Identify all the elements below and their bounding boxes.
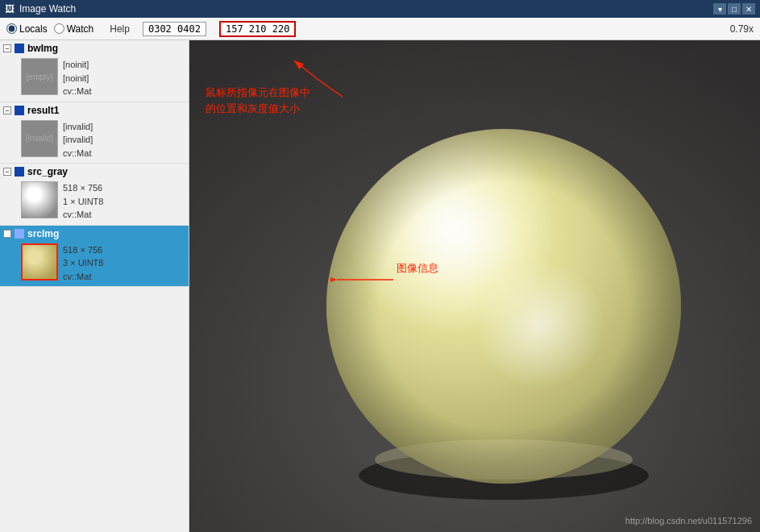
color-square-result1	[15, 106, 24, 115]
coordinate-box-2: 157 210 220	[219, 21, 296, 37]
view-mode-group: Locals Watch	[6, 23, 93, 35]
thumbnail-srcgray	[21, 181, 58, 218]
bwimg-info2: [noinit]	[63, 72, 91, 85]
image-panel[interactable]: 鼠标所指像元在图像中的位置和灰度值大小 图像信息 http://blog.csd…	[189, 40, 760, 532]
result1-info2: [invalid]	[63, 133, 93, 147]
color-square-srcgray	[15, 167, 24, 177]
thumbnail-srcimg	[21, 243, 58, 281]
thumbnail-label-bwimg: [empty]	[27, 73, 53, 81]
var-group-bwimg: − bwImg [empty] [noinit] [noinit] cv::Ma…	[0, 40, 189, 102]
watch-radio-label[interactable]: Watch	[54, 23, 94, 35]
thumbnail-bwimg: [empty]	[21, 58, 58, 95]
var-header-srcimg[interactable]: − srcImg	[0, 226, 189, 242]
locals-radio[interactable]	[6, 23, 17, 34]
var-name-srcgray: src_gray	[27, 166, 68, 177]
var-name-srcimg: srcImg	[27, 228, 59, 239]
var-info-srcgray: 518 × 756 1 × UINT8 cv::Mat	[63, 181, 103, 222]
var-detail-srcgray: 518 × 756 1 × UINT8 cv::Mat	[0, 180, 189, 225]
srcgray-info2: 1 × UINT8	[63, 195, 103, 209]
image-info-text: 图像信息	[397, 261, 438, 276]
minimize-button[interactable]: ▾	[713, 3, 726, 15]
coordinate-box-1: 0302 0402	[143, 22, 206, 36]
srcimg-info1: 518 × 756	[63, 243, 103, 257]
title-bar: 🖼 Image Watch ▾ □ ✕	[0, 0, 760, 18]
var-detail-result1: [invalid] [invalid] [invalid] cv::Mat	[0, 118, 189, 164]
expand-icon-bwimg[interactable]: −	[3, 44, 11, 52]
watch-label: Watch	[67, 23, 94, 35]
app-icon: 🖼	[5, 3, 15, 15]
thumbnail-image-srcgray	[22, 182, 57, 218]
thumbnail-result1: [invalid]	[21, 120, 58, 157]
var-detail-bwimg: [empty] [noinit] [noinit] cv::Mat	[0, 56, 189, 102]
var-info-srcimg: 518 × 756 3 × UINT8 cv::Mat	[63, 243, 103, 284]
var-info-result1: [invalid] [invalid] cv::Mat	[63, 120, 93, 160]
bwimg-info1: [noinit]	[63, 58, 91, 72]
bwimg-info3: cv::Mat	[63, 85, 91, 98]
srcimg-info3: cv::Mat	[63, 270, 103, 284]
watch-radio[interactable]	[54, 23, 64, 34]
var-header-bwimg[interactable]: − bwImg	[0, 40, 189, 56]
help-link[interactable]: Help	[110, 23, 130, 35]
arrow-mouse-position	[286, 56, 351, 105]
srcimg-info2: 3 × UINT8	[63, 256, 103, 270]
thumbnail-label-result1: [invalid]	[26, 134, 53, 143]
thumbnail-image-srcimg	[23, 245, 56, 279]
image-info-annotation-container: 图像信息	[330, 268, 395, 292]
expand-icon-srcgray[interactable]: −	[3, 168, 11, 176]
color-square-srcimg	[15, 229, 24, 239]
var-info-bwimg: [noinit] [noinit] cv::Mat	[63, 58, 91, 98]
maximize-button[interactable]: □	[728, 3, 741, 15]
variable-list: − bwImg [empty] [noinit] [noinit] cv::Ma…	[0, 40, 189, 532]
srcgray-info3: cv::Mat	[63, 208, 103, 222]
toolbar: Locals Watch Help 0302 0402 157 210 220 …	[0, 18, 760, 40]
var-group-result1: − result1 [invalid] [invalid] [invalid] …	[0, 102, 189, 164]
var-header-result1[interactable]: − result1	[0, 102, 189, 118]
srcgray-info1: 518 × 756	[63, 181, 103, 195]
var-group-srcgray: − src_gray 518 × 756 1 × UINT8 cv::Mat	[0, 164, 189, 226]
var-header-srcgray[interactable]: − src_gray	[0, 164, 189, 180]
result1-info3: cv::Mat	[63, 147, 93, 160]
var-name-bwimg: bwImg	[27, 43, 58, 54]
mouse-position-annotation: 鼠标所指像元在图像中的位置和灰度值大小	[206, 85, 310, 116]
var-name-result1: result1	[27, 105, 59, 116]
expand-icon-srcimg[interactable]: −	[3, 230, 11, 238]
locals-radio-label[interactable]: Locals	[6, 23, 48, 35]
var-group-srcimg: − srcImg 518 × 756 3 × UINT8 cv::Mat	[0, 226, 189, 288]
zoom-level: 0.79x	[730, 23, 754, 35]
var-detail-srcimg: 518 × 756 3 × UINT8 cv::Mat	[0, 242, 189, 287]
window-controls[interactable]: ▾ □ ✕	[713, 3, 755, 15]
main-content: − bwImg [empty] [noinit] [noinit] cv::Ma…	[0, 40, 760, 532]
expand-icon-result1[interactable]: −	[3, 106, 11, 114]
close-button[interactable]: ✕	[742, 3, 755, 15]
color-square-bwimg	[15, 44, 24, 53]
watermark: http://blog.csdn.net/u011571296	[625, 516, 752, 526]
arrow-image-info	[330, 268, 395, 292]
result1-info1: [invalid]	[63, 120, 93, 134]
title-bar-text: Image Watch	[19, 3, 76, 15]
svg-point-8	[326, 129, 681, 484]
locals-label: Locals	[19, 23, 48, 35]
